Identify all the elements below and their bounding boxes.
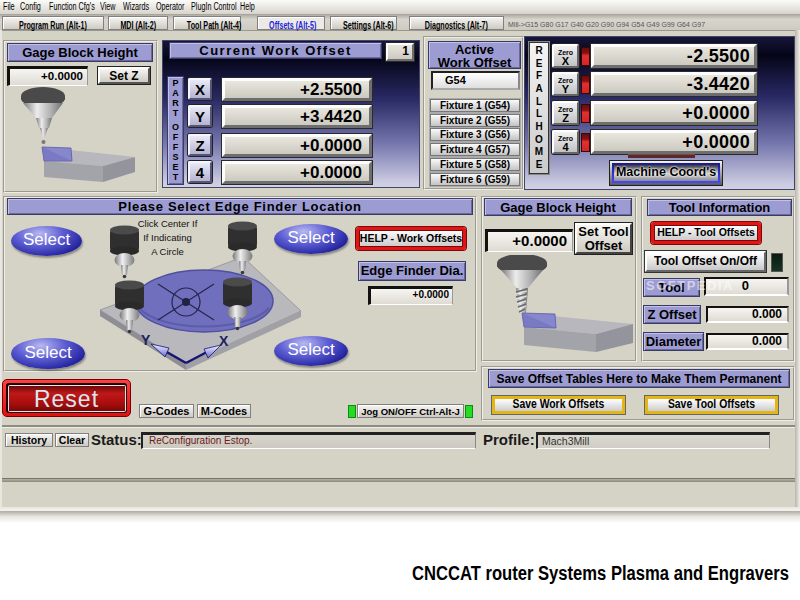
svg-text:Y: Y — [141, 332, 151, 348]
svg-text:X: X — [219, 333, 229, 349]
